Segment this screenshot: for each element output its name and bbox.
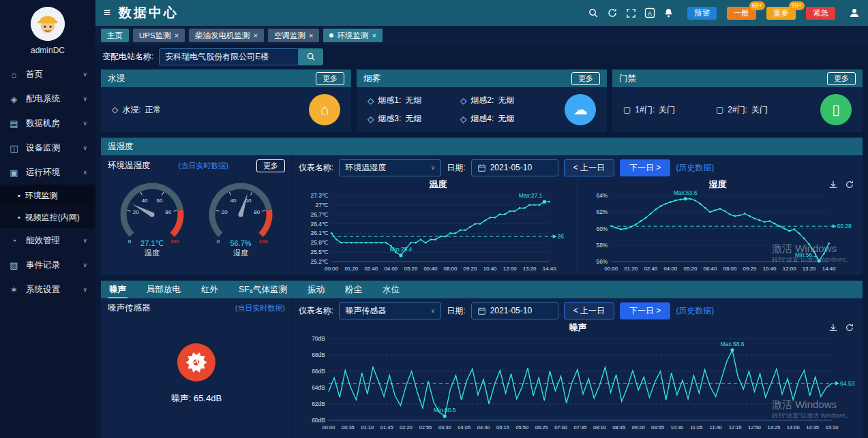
door-item-icon: ▢ xyxy=(716,105,723,114)
sidebar-item-label: 设备监测 xyxy=(26,142,60,154)
svg-text:10:40: 10:40 xyxy=(762,266,776,272)
tab-1[interactable]: UPS监测× xyxy=(133,29,185,42)
tab-4[interactable]: 环境监测× xyxy=(323,29,382,42)
sidebar-item-1[interactable]: ◈配电系统∨ xyxy=(0,87,95,111)
tab-0[interactable]: 主页 xyxy=(101,29,129,42)
language-icon[interactable]: A xyxy=(644,7,655,18)
next-day-button[interactable]: 下一日 > xyxy=(620,302,670,319)
more-button[interactable]: 更多 xyxy=(316,72,344,85)
refresh-chart-icon[interactable] xyxy=(845,323,854,334)
alarm-badge-1[interactable]: 一般69+ xyxy=(727,7,756,20)
fullscreen-icon[interactable] xyxy=(626,8,636,18)
sensor-tab-3[interactable]: SF₆气体监测 xyxy=(237,282,288,298)
status-value: 关门 xyxy=(751,104,768,116)
close-tab-icon[interactable]: × xyxy=(175,31,179,40)
sensor-tab-0[interactable]: 噪声 xyxy=(108,282,128,298)
chart-tools xyxy=(828,323,854,334)
sidebar-item-0[interactable]: ⌂首页∨ xyxy=(0,62,95,87)
status-panels-row: 水浸更多◇水浸:正常⌂烟雾更多◇烟感1:无烟◇烟感2:无烟◇烟感3:无烟◇烟感4… xyxy=(101,69,863,132)
user-icon[interactable] xyxy=(849,7,860,18)
sidebar-item-7[interactable]: ✶系统设置∨ xyxy=(0,277,95,302)
meter-select[interactable]: 噪声传感器 ∨ xyxy=(339,302,441,319)
close-tab-icon[interactable]: × xyxy=(372,31,376,40)
noise-chart-panel: 仪表名称: 噪声传感器 ∨ 日期: 2021-05-10 < 上一日 xyxy=(293,298,863,438)
tab-2[interactable]: 柴油发电机监测× xyxy=(189,29,264,42)
status-item: ▢2#门:关门 xyxy=(716,104,791,116)
meter-select[interactable]: 环境温湿度 ∨ xyxy=(339,159,441,176)
droplet-icon: ◇ xyxy=(460,114,466,124)
sidebar-item-2[interactable]: ▤数据机房∨ xyxy=(0,111,95,136)
alarm-badge-3[interactable]: 紧急 xyxy=(806,7,835,20)
refresh-icon[interactable] xyxy=(607,7,618,18)
more-button[interactable]: 更多 xyxy=(571,72,600,85)
next-day-button[interactable]: 下一日 > xyxy=(620,159,670,176)
sensor-tab-1[interactable]: 局部放电 xyxy=(145,282,182,298)
search-icon[interactable] xyxy=(588,7,599,18)
svg-text:03:30: 03:30 xyxy=(438,424,451,431)
sidebar-subitem-1[interactable]: •视频监控(内网) xyxy=(0,206,95,228)
panel-items: ◇水浸:正常 xyxy=(112,104,280,116)
sidebar-subitem-0[interactable]: •环境监测 xyxy=(0,185,95,206)
more-button[interactable]: 更多 xyxy=(256,159,285,172)
status-item: ◇烟感1:无烟 xyxy=(368,95,443,106)
hamburger-menu-icon[interactable]: ≡ xyxy=(104,6,110,20)
prev-day-button[interactable]: < 上一日 xyxy=(564,302,614,319)
station-name-input[interactable] xyxy=(159,48,299,65)
close-tab-icon[interactable]: × xyxy=(254,31,258,40)
sensor-tab-5[interactable]: 粉尘 xyxy=(344,282,363,298)
status-label: 烟感3: xyxy=(378,113,401,125)
svg-text:64.53: 64.53 xyxy=(840,380,855,387)
more-button[interactable]: 更多 xyxy=(827,72,856,85)
droplet-icon: ◇ xyxy=(460,96,466,106)
svg-text:08:00: 08:00 xyxy=(443,266,457,272)
sidebar-item-4[interactable]: ▣运行环境∧ xyxy=(0,160,95,185)
download-icon[interactable] xyxy=(828,180,838,191)
station-search-button[interactable] xyxy=(299,48,323,65)
sensor-tab-6[interactable]: 水位 xyxy=(381,282,401,298)
status-value: 关门 xyxy=(659,104,675,116)
svg-text:07:35: 07:35 xyxy=(573,424,586,431)
sensor-tab-2[interactable]: 红外 xyxy=(200,282,220,298)
svg-text:14:40: 14:40 xyxy=(542,266,556,272)
door-item-icon: ▢ xyxy=(623,105,631,114)
svg-text:26.1℃: 26.1℃ xyxy=(310,230,328,236)
event-icon: ▨ xyxy=(8,260,20,270)
bell-icon[interactable] xyxy=(663,7,674,18)
svg-text:06:40: 06:40 xyxy=(703,266,717,272)
svg-text:12:00: 12:00 xyxy=(782,266,796,272)
avatar[interactable] xyxy=(31,7,65,41)
noise-chart-controls: 仪表名称: 噪声传感器 ∨ 日期: 2021-05-10 < 上一日 xyxy=(299,300,857,322)
badge-count: 69+ xyxy=(749,1,765,10)
panel-water-icon: ⌂ xyxy=(309,94,340,125)
gauge-panel-header: 环境温湿度 (当日实时数据) 更多 xyxy=(108,159,285,172)
temperature-gauge: 20406080010027.1℃温度 xyxy=(108,175,196,260)
prev-day-button[interactable]: < 上一日 xyxy=(564,159,614,176)
temperature-chart-box: 温度 27.3℃27℃26.7℃26.4℃26.1℃25.8℃25.5℃25.2… xyxy=(299,178,578,274)
download-icon[interactable] xyxy=(828,323,838,334)
submenu: •环境监测•视频监控(内网) xyxy=(0,185,95,228)
alarm-badge-0[interactable]: 预警 xyxy=(687,7,717,20)
svg-text:02:40: 02:40 xyxy=(644,266,657,272)
svg-text:20: 20 xyxy=(133,209,139,215)
svg-text:80: 80 xyxy=(165,209,171,215)
svg-text:26.4℃: 26.4℃ xyxy=(310,221,328,228)
sidebar-item-5[interactable]: ◔能效管理∨ xyxy=(0,228,95,253)
svg-text:A: A xyxy=(648,10,652,17)
refresh-chart-icon[interactable] xyxy=(845,180,854,191)
sidebar-item-6[interactable]: ▨事件记录∨ xyxy=(0,253,95,277)
sidebar-item-label: 首页 xyxy=(26,69,43,80)
history-data-label: (历史数据) xyxy=(676,305,714,317)
svg-text:06:25: 06:25 xyxy=(535,424,548,431)
panel-door-icon: ▯ xyxy=(820,94,852,125)
sidebar-item-3[interactable]: ◫设备监测∨ xyxy=(0,136,95,160)
close-tab-icon[interactable]: × xyxy=(309,31,313,40)
status-label: 烟感4: xyxy=(470,113,494,125)
date-picker[interactable]: 2021-05-10 xyxy=(471,159,558,176)
sensor-tab-4[interactable]: 振动 xyxy=(306,282,326,298)
date-picker[interactable]: 2021-05-10 xyxy=(471,302,558,319)
svg-text:0: 0 xyxy=(128,238,132,245)
svg-text:62dB: 62dB xyxy=(312,401,325,407)
alarm-badge-2[interactable]: 重要99+ xyxy=(766,7,796,20)
tab-3[interactable]: 空调监测× xyxy=(268,29,319,42)
bullet-icon: • xyxy=(18,213,20,221)
